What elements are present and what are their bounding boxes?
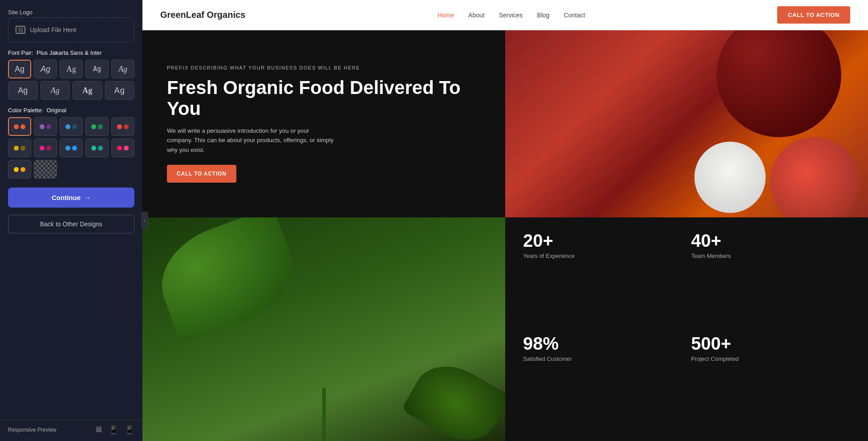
hero-right-image	[505, 30, 868, 217]
font-swatch-4[interactable]: Ag	[85, 60, 109, 78]
font-swatch-8[interactable]: Ag	[73, 81, 102, 100]
site-logo-section: Site Logo ⬛ Upload File Here	[8, 9, 134, 42]
leaf-1	[147, 217, 306, 344]
desktop-icon[interactable]: 🖥	[94, 425, 102, 435]
leaf-2	[401, 352, 505, 441]
nav-links: Home About Services Blog Contact	[438, 12, 585, 19]
stats-section: 20+ Years of Experience 40+ Team Members…	[505, 217, 868, 441]
stat-number-team: 40+	[691, 231, 851, 251]
font-swatches-row1: Ag Ag Ag Ag Ag	[8, 60, 134, 78]
hero-cta-button[interactable]: CALL TO ACTION	[167, 165, 236, 183]
font-swatch-9[interactable]: Ag	[105, 81, 135, 100]
font-swatches-row2: Ag Ag Ag Ag	[8, 81, 134, 100]
stem	[322, 388, 326, 441]
stat-customers: 98% Satisfied Customer	[523, 334, 682, 428]
stat-label-projects: Project Completed	[691, 355, 851, 362]
hero-description: We will write a persuasive introduction …	[167, 126, 336, 155]
upload-file-button[interactable]: ⬛ Upload File Here	[8, 17, 134, 42]
hero-left: PREFIX DESCRIBING WHAT YOUR BUSINESS DOE…	[142, 30, 505, 217]
preview-area: GreenLeaf Organics Home About Services B…	[142, 0, 868, 441]
nav-link-contact[interactable]: Contact	[564, 12, 585, 19]
hero-prefix: PREFIX DESCRIBING WHAT YOUR BUSINESS DOE…	[167, 65, 481, 70]
back-button[interactable]: Back to Other Designs	[8, 215, 134, 233]
tablet-icon[interactable]: 📱	[109, 425, 118, 435]
stat-number-customers: 98%	[523, 334, 682, 354]
left-panel: Site Logo ⬛ Upload File Here Font Pair: …	[0, 0, 142, 441]
palette-10[interactable]	[111, 139, 134, 157]
bottom-section: 20+ Years of Experience 40+ Team Members…	[142, 217, 868, 441]
palette-grid	[8, 117, 134, 179]
palette-11[interactable]	[8, 160, 31, 179]
site-nav: GreenLeaf Organics Home About Services B…	[142, 0, 868, 30]
font-swatch-5[interactable]: Ag	[111, 60, 134, 78]
palette-8[interactable]	[60, 139, 83, 157]
upload-label: Upload File Here	[30, 26, 77, 33]
palette-9[interactable]	[85, 139, 109, 157]
arrow-right-icon: →	[84, 194, 91, 201]
hero-title: Fresh Organic Food Delivered To You	[167, 78, 481, 118]
site-logo-label: Site Logo	[8, 9, 134, 16]
font-swatch-2[interactable]: Ag	[34, 60, 57, 78]
stat-number-experience: 20+	[523, 231, 682, 251]
nav-link-blog[interactable]: Blog	[537, 12, 549, 19]
font-swatch-1[interactable]: Ag	[8, 60, 31, 78]
website-frame: GreenLeaf Organics Home About Services B…	[142, 0, 868, 441]
stat-label-team: Team Members	[691, 253, 851, 259]
palette-2[interactable]	[34, 117, 57, 136]
palette-6[interactable]	[8, 139, 31, 157]
palette-1[interactable]	[8, 117, 31, 136]
responsive-preview-label: Responsive Preview	[8, 427, 57, 433]
font-swatch-7[interactable]: Ag	[41, 81, 70, 100]
font-pair-label: Font Pair: Plus Jakarta Sans & Inter	[8, 49, 134, 56]
veg-garlic	[694, 142, 766, 213]
site-logo: GreenLeaf Organics	[160, 10, 245, 20]
font-swatch-3[interactable]: Ag	[60, 60, 83, 78]
font-swatch-6[interactable]: Ag	[8, 81, 38, 100]
device-icons: 🖥 📱 📱	[94, 425, 134, 435]
nav-link-about[interactable]: About	[468, 12, 485, 19]
palette-5[interactable]	[111, 117, 134, 136]
collapse-handle[interactable]: ‹	[142, 212, 148, 229]
continue-button[interactable]: Continue →	[8, 188, 134, 208]
bottom-left-image	[142, 217, 505, 441]
image-icon: ⬛	[16, 26, 25, 34]
palette-checker[interactable]	[34, 160, 57, 179]
stat-label-customers: Satisfied Customer	[523, 355, 682, 362]
nav-link-services[interactable]: Services	[499, 12, 523, 19]
font-pair-section: Font Pair: Plus Jakarta Sans & Inter Ag …	[8, 49, 134, 100]
palette-4[interactable]	[85, 117, 109, 136]
hero-section: PREFIX DESCRIBING WHAT YOUR BUSINESS DOE…	[142, 30, 868, 217]
stat-team: 40+ Team Members	[691, 231, 851, 325]
stat-number-projects: 500+	[691, 334, 851, 354]
mobile-icon[interactable]: 📱	[125, 425, 134, 435]
color-palette-label: Color Palette: Original	[8, 107, 134, 114]
palette-7[interactable]	[34, 139, 57, 157]
bottom-bar: Responsive Preview 🖥 📱 📱	[0, 420, 142, 441]
stat-experience: 20+ Years of Experience	[523, 231, 682, 325]
nav-cta-button[interactable]: CALL TO ACTION	[777, 6, 850, 24]
color-palette-section: Color Palette: Original	[8, 107, 134, 179]
stat-label-experience: Years of Experience	[523, 253, 682, 259]
stat-projects: 500+ Project Completed	[691, 334, 851, 428]
palette-3[interactable]	[60, 117, 83, 136]
nav-link-home[interactable]: Home	[438, 12, 454, 19]
